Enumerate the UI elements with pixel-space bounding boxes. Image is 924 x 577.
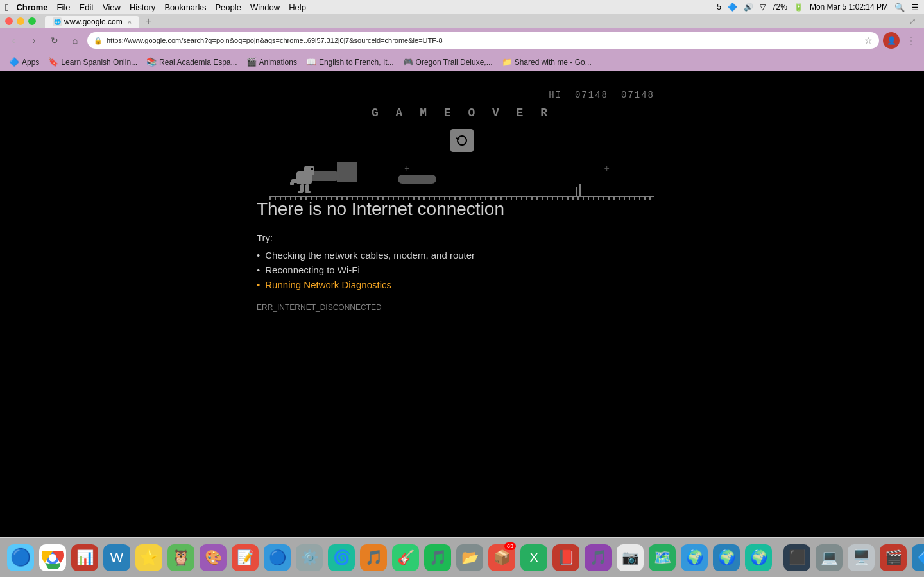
volume-icon: 🔊 xyxy=(744,3,753,12)
spanish-favicon: 🔖 xyxy=(48,57,58,67)
bookmark-spanish[interactable]: 🔖 Learn Spanish Onlin... xyxy=(44,56,141,68)
toolbar-right: 👤 ⋮ xyxy=(883,32,919,49)
lock-icon: 🔒 xyxy=(94,37,103,45)
battery-level: 72% xyxy=(772,3,787,12)
apple-logo-icon[interactable]:  xyxy=(5,2,8,13)
dock-movie[interactable]: 🎬 xyxy=(878,542,909,573)
menu-edit[interactable]: Edit xyxy=(80,3,94,12)
notification-icon[interactable]: ☰ xyxy=(911,3,919,12)
dock-powerpoint[interactable]: 📊 xyxy=(69,542,100,573)
bookmark-apps-label: Apps xyxy=(22,58,39,67)
dino-game[interactable]: HI 07148 07148 G A M E O V E R + + xyxy=(270,90,654,210)
search-icon[interactable]: 🔍 xyxy=(894,3,905,12)
dock-music[interactable]: 🎵 xyxy=(358,542,389,573)
restart-button[interactable] xyxy=(450,129,474,152)
svg-point-12 xyxy=(49,554,56,562)
user-avatar[interactable]: 👤 xyxy=(883,32,900,49)
menu-file[interactable]: File xyxy=(57,3,71,12)
menu-help[interactable]: Help xyxy=(289,3,306,12)
bookmark-academia[interactable]: 📚 Real Academia Espa... xyxy=(142,56,241,68)
dock-app1[interactable]: 🎨 xyxy=(198,542,228,573)
dock-photos[interactable]: 📷 xyxy=(615,542,646,573)
error-try-label: Try: xyxy=(257,232,504,243)
menu-bookmarks[interactable]: Bookmarks xyxy=(164,3,206,12)
dock-app4[interactable]: 🌀 xyxy=(326,542,357,573)
dock-app3[interactable]: 🔵 xyxy=(262,542,293,573)
dock-system[interactable]: ⚙️ xyxy=(294,542,325,573)
dock-office[interactable]: 🔷 xyxy=(910,542,924,573)
bookmark-english-label: English to French, It... xyxy=(319,58,394,67)
suggestion-1: Checking the network cables, modem, and … xyxy=(257,250,504,261)
dock-finder[interactable]: 🔵 xyxy=(5,542,36,573)
menu-chrome[interactable]: Chrome xyxy=(16,3,47,12)
menu-view[interactable]: View xyxy=(103,3,121,12)
dock-globe2[interactable]: 🌍 xyxy=(711,542,742,573)
dock-archive[interactable]: 📦 63 xyxy=(486,542,517,573)
bookmark-shared-label: Shared with me - Go... xyxy=(515,58,592,67)
bookmarks-bar: 🔷 Apps 🔖 Learn Spanish Onlin... 📚 Real A… xyxy=(0,53,924,71)
maximize-button[interactable] xyxy=(28,17,36,25)
error-code: ERR_INTERNET_DISCONNECTED xyxy=(257,303,504,312)
suggestion-1-text: Checking the network cables, modem, and … xyxy=(265,250,475,261)
window-expand-icon[interactable]: ⤢ xyxy=(909,16,916,26)
dock-laptop[interactable]: 💻 xyxy=(814,542,844,573)
suggestion-3[interactable]: Running Network Diagnostics xyxy=(257,279,504,290)
bookmark-animations-label: Animations xyxy=(259,58,297,67)
svg-rect-2 xyxy=(311,168,313,170)
bookmark-star-icon[interactable]: ☆ xyxy=(864,35,873,46)
dock-itunes[interactable]: 🎵 xyxy=(583,542,613,573)
bookmark-shared[interactable]: 📁 Shared with me - Go... xyxy=(498,56,595,68)
dock-globe3[interactable]: 🌍 xyxy=(743,542,774,573)
error-content: There is no Internet connection Try: Che… xyxy=(257,199,504,312)
dock-word[interactable]: W xyxy=(101,542,132,573)
cloud-right xyxy=(398,175,436,184)
bookmark-spanish-label: Learn Spanish Onlin... xyxy=(61,58,137,67)
dino-sprite xyxy=(289,166,317,197)
dock-chrome[interactable] xyxy=(37,542,68,573)
bookmark-academia-label: Real Academia Espa... xyxy=(159,58,237,67)
back-button[interactable]: ‹ xyxy=(5,32,22,49)
score-area: HI 07148 07148 xyxy=(270,90,654,100)
active-tab[interactable]: 🌐 www.google.com × xyxy=(45,16,139,28)
bookmark-apps[interactable]: 🔷 Apps xyxy=(5,56,43,68)
minimize-button[interactable] xyxy=(17,17,24,25)
tab-close-icon[interactable]: × xyxy=(128,18,132,26)
lastpass-icon: 5 xyxy=(717,3,721,12)
dock-maps[interactable]: 🗺️ xyxy=(647,542,678,573)
menu-people[interactable]: People xyxy=(215,3,241,12)
menu-window[interactable]: Window xyxy=(250,3,280,12)
moon-icon xyxy=(337,162,357,182)
hi-score: 07148 xyxy=(575,90,608,100)
svg-rect-4 xyxy=(290,182,294,185)
dock-folder[interactable]: 📂 xyxy=(454,542,485,573)
home-button[interactable]: ⌂ xyxy=(67,32,83,49)
dock-excel[interactable]: X xyxy=(518,542,549,573)
menu-dots-icon[interactable]: ⋮ xyxy=(902,32,919,49)
reload-button[interactable]: ↻ xyxy=(46,32,63,49)
dock-starred[interactable]: ⭐ xyxy=(133,542,164,573)
dock-system2[interactable]: ⬛ xyxy=(782,542,812,573)
bluetooth-icon: 🔷 xyxy=(728,3,737,12)
address-bar[interactable]: 🔒 https://www.google.com/search?q=pojn&o… xyxy=(87,32,879,49)
dock-pdf[interactable]: 📕 xyxy=(551,542,581,573)
game-over-text: G A M E O V E R xyxy=(270,107,654,119)
menu-history[interactable]: History xyxy=(130,3,155,12)
english-favicon: 📖 xyxy=(306,57,316,67)
dock-globe1[interactable]: 🌍 xyxy=(679,542,710,573)
bookmark-oregon[interactable]: 🎮 Oregon Trail Deluxe,... xyxy=(399,56,497,68)
dock-display[interactable]: 🖥️ xyxy=(846,542,877,573)
forward-button[interactable]: › xyxy=(26,32,42,49)
current-score: 07148 xyxy=(621,90,654,100)
apps-favicon: 🔷 xyxy=(9,57,19,67)
dock-duolingo[interactable]: 🦉 xyxy=(166,542,196,573)
bookmark-animations[interactable]: 🎬 Animations xyxy=(243,56,301,68)
dock-spotify[interactable]: 🎵 xyxy=(422,542,453,573)
bookmark-english[interactable]: 📖 English to French, It... xyxy=(302,56,398,68)
dock-guitar[interactable]: 🎸 xyxy=(390,542,421,573)
animations-favicon: 🎬 xyxy=(246,57,257,67)
close-button[interactable] xyxy=(5,17,13,25)
dock-app2[interactable]: 📝 xyxy=(230,542,261,573)
new-tab-button[interactable]: + xyxy=(142,15,155,28)
tab-bar: 🌐 www.google.com × + xyxy=(40,15,905,28)
svg-rect-5 xyxy=(307,178,312,180)
